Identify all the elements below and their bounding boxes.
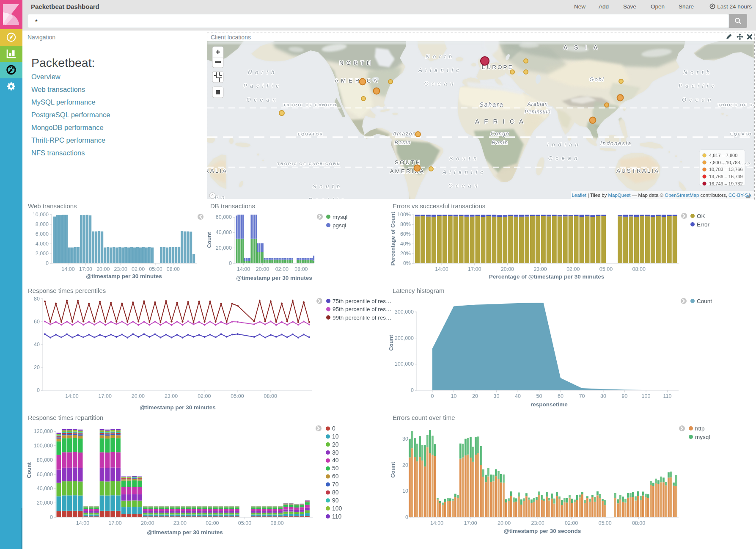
svg-text:14:00: 14:00 (65, 393, 78, 399)
svg-text:Errors count over time: Errors count over time (393, 414, 455, 421)
svg-text:100: 100 (332, 505, 342, 512)
svg-text:14:00: 14:00 (76, 520, 89, 526)
svg-text:02:00: 02:00 (566, 266, 580, 272)
svg-text:20:00: 20:00 (256, 266, 269, 272)
svg-text:02:00: 02:00 (132, 266, 145, 272)
svg-text:08:00: 08:00 (270, 520, 283, 526)
svg-text:02:00: 02:00 (565, 520, 578, 526)
svg-text:80: 80 (332, 489, 339, 496)
svg-text:@timestamp per 30 minutes: @timestamp per 30 minutes (86, 273, 162, 279)
svg-text:20:00: 20:00 (501, 266, 514, 272)
svg-text:0: 0 (46, 260, 49, 266)
svg-text:05:00: 05:00 (149, 266, 162, 272)
svg-text:@timestamp per 30 minutes: @timestamp per 30 minutes (236, 275, 312, 281)
svg-text:08:00: 08:00 (167, 266, 180, 272)
svg-text:50: 50 (332, 465, 339, 472)
svg-text:20:00: 20:00 (498, 520, 511, 526)
svg-text:23:00: 23:00 (173, 520, 187, 526)
svg-text:0: 0 (411, 387, 414, 393)
svg-text:20:00: 20:00 (141, 520, 154, 526)
svg-text:75th percentile of res…: 75th percentile of res… (333, 298, 392, 304)
svg-text:20,000: 20,000 (216, 245, 232, 251)
svg-text:Count: Count (388, 335, 394, 351)
svg-text:40: 40 (34, 342, 40, 348)
svg-text:02:00: 02:00 (206, 520, 219, 526)
svg-text:40: 40 (332, 457, 339, 463)
svg-text:Web transactions: Web transactions (28, 202, 77, 210)
svg-text:pgsql: pgsql (333, 222, 346, 229)
svg-text:80: 80 (34, 296, 40, 302)
svg-text:17:00: 17:00 (108, 520, 121, 526)
svg-text:4,000: 4,000 (36, 241, 49, 247)
svg-text:14:00: 14:00 (435, 266, 448, 272)
svg-text:95th percentile of res…: 95th percentile of res… (333, 306, 392, 312)
svg-text:23:00: 23:00 (165, 393, 178, 399)
svg-text:20: 20 (34, 364, 40, 370)
svg-text:08:00: 08:00 (294, 266, 308, 272)
svg-text:20: 20 (332, 441, 339, 448)
svg-text:40%: 40% (400, 241, 411, 247)
svg-text:80: 80 (600, 393, 606, 399)
svg-text:Count: Count (697, 298, 712, 304)
svg-text:14:00: 14:00 (430, 520, 443, 526)
svg-text:23:00: 23:00 (114, 266, 127, 272)
svg-text:10,000: 10,000 (33, 212, 49, 218)
svg-text:100%: 100% (397, 212, 411, 218)
svg-text:20,000: 20,000 (37, 500, 53, 506)
svg-text:60,000: 60,000 (216, 214, 232, 220)
svg-text:mysql: mysql (695, 434, 710, 440)
svg-text:90: 90 (332, 497, 339, 504)
svg-text:Count: Count (206, 232, 212, 248)
svg-text:0: 0 (50, 514, 53, 520)
svg-text:40,000: 40,000 (37, 486, 53, 491)
svg-text:DB transactions: DB transactions (210, 202, 255, 210)
svg-text:@timestamp per 30 seconds: @timestamp per 30 seconds (504, 528, 581, 534)
svg-text:0: 0 (332, 425, 335, 432)
svg-text:14:00: 14:00 (237, 266, 250, 272)
svg-text:70: 70 (579, 393, 585, 399)
svg-text:02:00: 02:00 (275, 266, 289, 272)
svg-text:20: 20 (402, 462, 408, 468)
svg-text:mysql: mysql (333, 214, 347, 220)
svg-text:8,000: 8,000 (36, 221, 49, 227)
svg-text:OK: OK (697, 213, 705, 219)
svg-text:70: 70 (332, 481, 339, 488)
svg-text:20:00: 20:00 (132, 393, 145, 399)
svg-text:Errors vs successful transacti: Errors vs successful transactions (393, 202, 485, 210)
svg-text:6,000: 6,000 (36, 231, 49, 237)
svg-text:30: 30 (402, 436, 408, 442)
svg-text:08:00: 08:00 (632, 520, 645, 526)
svg-text:20: 20 (472, 393, 478, 399)
svg-text:80%: 80% (400, 221, 411, 227)
svg-text:0: 0 (405, 514, 408, 520)
svg-text:20:00: 20:00 (96, 266, 110, 272)
svg-text:60: 60 (558, 393, 564, 399)
svg-text:10: 10 (332, 433, 339, 440)
svg-text:Latency histogram: Latency histogram (393, 287, 445, 294)
svg-text:40: 40 (515, 393, 521, 399)
svg-text:17:00: 17:00 (79, 266, 92, 272)
svg-text:60: 60 (332, 473, 339, 480)
svg-text:08:00: 08:00 (264, 393, 277, 399)
svg-text:110: 110 (663, 393, 672, 399)
svg-text:60: 60 (34, 319, 40, 325)
svg-text:Percentage of @timestamp per 3: Percentage of @timestamp per 30 minutes (489, 273, 605, 280)
svg-text:Percentage of Count: Percentage of Count (390, 212, 396, 266)
svg-text:20%: 20% (400, 251, 411, 257)
svg-text:02:00: 02:00 (198, 393, 211, 399)
svg-text:http: http (695, 425, 705, 432)
svg-text:0: 0 (229, 260, 232, 266)
svg-text:80,000: 80,000 (37, 457, 53, 463)
svg-text:110: 110 (332, 513, 342, 520)
svg-text:05:00: 05:00 (231, 393, 244, 399)
svg-text:50: 50 (536, 393, 542, 399)
svg-text:Count: Count (26, 462, 32, 478)
svg-text:17:00: 17:00 (464, 520, 477, 526)
svg-text:100,000: 100,000 (34, 443, 53, 449)
svg-text:17:00: 17:00 (99, 393, 112, 399)
svg-text:Count: Count (390, 462, 396, 478)
svg-text:2,000: 2,000 (36, 251, 49, 257)
svg-text:08:00: 08:00 (632, 266, 646, 272)
svg-text:300,000: 300,000 (395, 309, 414, 315)
svg-text:Response times repartition: Response times repartition (28, 414, 103, 421)
